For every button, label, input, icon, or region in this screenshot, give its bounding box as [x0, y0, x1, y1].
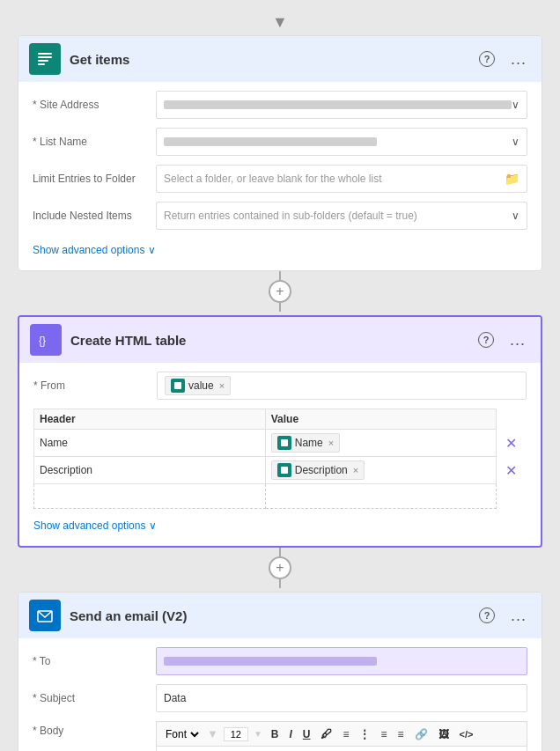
row2-token-close[interactable]: × [353, 465, 358, 475]
limit-folder-placeholder: Select a folder, or leave blank for the … [164, 173, 381, 185]
value-col-label: Value [265, 409, 497, 430]
to-fill [164, 657, 377, 666]
from-input[interactable]: value × [157, 372, 527, 400]
send-email-actions: ? ... [475, 603, 531, 628]
row2-value-token: Description × [271, 460, 365, 480]
nested-items-input[interactable]: Return entries contained in sub-folders … [156, 202, 527, 230]
font-select[interactable]: Font [162, 727, 202, 741]
row1-value-cell[interactable]: Name × [265, 430, 497, 457]
align-left-btn[interactable]: ≡ [377, 726, 390, 742]
row1-delete-btn[interactable]: ✕ [497, 430, 527, 457]
get-items-show-advanced[interactable]: Show advanced options ∨ [33, 239, 527, 265]
to-input[interactable] [156, 647, 527, 675]
row2-header-cell[interactable]: Description [34, 457, 266, 484]
connector-line-bottom-2 [279, 579, 281, 588]
get-items-advanced-label: Show advanced options [33, 244, 144, 256]
row2-delete-btn[interactable]: ✕ [497, 457, 527, 484]
ul-btn[interactable]: ⋮ [356, 726, 373, 742]
bold-btn[interactable]: B [268, 726, 283, 742]
row1-value-token: Name × [271, 433, 340, 453]
align-right-btn[interactable]: ≡ [394, 726, 408, 742]
svg-rect-0 [38, 53, 52, 55]
svg-rect-6 [281, 439, 288, 446]
nested-items-row: Include Nested Items Return entries cont… [33, 202, 527, 230]
body-content[interactable]: Output × [156, 746, 527, 751]
send-email-help-btn[interactable]: ? [475, 603, 499, 628]
connector-line-top-2 [279, 548, 281, 556]
folder-icon: 📁 [505, 172, 519, 186]
from-token-close[interactable]: × [219, 380, 225, 391]
svg-rect-3 [38, 63, 45, 65]
row1-token-close[interactable]: × [328, 438, 334, 448]
create-html-more-btn[interactable]: ... [505, 328, 530, 352]
site-address-fill [164, 100, 512, 109]
from-label: * From [33, 379, 157, 392]
create-html-body: * From value × Header Value [19, 363, 541, 546]
create-html-help-btn[interactable]: ? [474, 328, 498, 352]
nested-items-arrow: ∨ [512, 210, 519, 222]
create-html-advanced-label: Show advanced options [33, 519, 145, 532]
kv-table: Header Value Name [33, 409, 527, 509]
image-btn[interactable]: 🖼 [435, 726, 453, 742]
svg-rect-2 [38, 60, 48, 62]
limit-folder-row: Limit Entries to Folder Select a folder,… [33, 165, 527, 193]
font-size-input[interactable] [224, 727, 248, 741]
nested-items-label: Include Nested Items [33, 210, 156, 222]
create-html-icon: {} [30, 324, 62, 356]
get-items-help-btn[interactable]: ? [475, 47, 499, 71]
subject-row: * Subject Data [33, 684, 527, 712]
underline-btn[interactable]: U [299, 726, 314, 742]
send-email-card: Send an email (V2) ? ... * To * Subject … [18, 592, 542, 751]
add-row-header[interactable] [34, 484, 266, 509]
create-html-header: {} Create HTML table ? ... [19, 317, 541, 363]
link-btn[interactable]: 🔗 [411, 726, 431, 742]
add-row[interactable] [34, 484, 527, 509]
to-row: * To [33, 647, 527, 675]
create-html-title: Create HTML table [70, 333, 474, 348]
add-row-value[interactable] [265, 484, 497, 509]
site-address-arrow: ∨ [512, 99, 519, 111]
send-email-title: Send an email (V2) [70, 608, 475, 623]
from-token-label: value [188, 379, 214, 392]
add-step-btn-1[interactable]: + [269, 280, 291, 303]
site-address-input[interactable]: ∨ [156, 91, 527, 119]
table-row: Name Name × ✕ [34, 430, 527, 457]
create-html-chevron-icon: ∨ [149, 519, 157, 532]
row1-header-cell[interactable]: Name [34, 430, 266, 457]
italic-btn[interactable]: I [285, 726, 295, 742]
get-items-body: * Site Address ∨ * List Name ∨ Limit Ent… [18, 82, 542, 270]
table-row: Description Description × ✕ [34, 457, 527, 484]
create-html-table-card: {} Create HTML table ? ... * From value [18, 315, 542, 548]
from-token: value × [165, 376, 231, 395]
get-items-more-btn[interactable]: ... [506, 47, 531, 71]
subject-input[interactable]: Data [156, 684, 527, 712]
to-label: * To [33, 655, 156, 667]
send-email-more-btn[interactable]: ... [506, 603, 531, 628]
svg-rect-5 [174, 382, 181, 389]
row2-token-icon [277, 463, 291, 477]
subject-label: * Subject [33, 692, 156, 704]
highlight-btn[interactable]: 🖊 [317, 725, 335, 742]
body-editor-wrapper: Font ▼ ▼ B I U 🖊 ≡ ⋮ ≡ ≡ 🔗 🖼 </> [156, 721, 527, 751]
get-items-chevron-icon: ∨ [148, 244, 156, 256]
limit-folder-input[interactable]: Select a folder, or leave blank for the … [156, 165, 527, 193]
nested-items-placeholder: Return entries contained in sub-folders … [164, 210, 417, 222]
get-items-header: Get items ? ... [18, 36, 542, 82]
subject-value: Data [164, 692, 186, 704]
send-email-body: * To * Subject Data * Body Font ▼ [18, 638, 542, 751]
body-label: * Body [33, 721, 156, 737]
add-step-btn-2[interactable]: + [269, 556, 291, 579]
list-name-fill [164, 137, 377, 146]
body-toolbar: Font ▼ ▼ B I U 🖊 ≡ ⋮ ≡ ≡ 🔗 🖼 </> [156, 721, 527, 746]
code-btn[interactable]: </> [456, 727, 477, 741]
list-name-input[interactable]: ∨ [156, 128, 527, 156]
kv-table-wrapper: Header Value Name [33, 409, 527, 509]
header-col-label: Header [34, 409, 266, 430]
body-row: * Body Font ▼ ▼ B I U 🖊 ≡ ⋮ ≡ [33, 721, 527, 751]
ol-btn[interactable]: ≡ [339, 726, 352, 742]
row2-value-cell[interactable]: Description × [265, 457, 497, 484]
get-items-title: Get items [70, 52, 475, 67]
create-html-show-advanced[interactable]: Show advanced options ∨ [33, 514, 527, 541]
list-name-row: * List Name ∨ [33, 128, 527, 156]
get-items-card: Get items ? ... * Site Address ∨ * List … [18, 35, 542, 271]
